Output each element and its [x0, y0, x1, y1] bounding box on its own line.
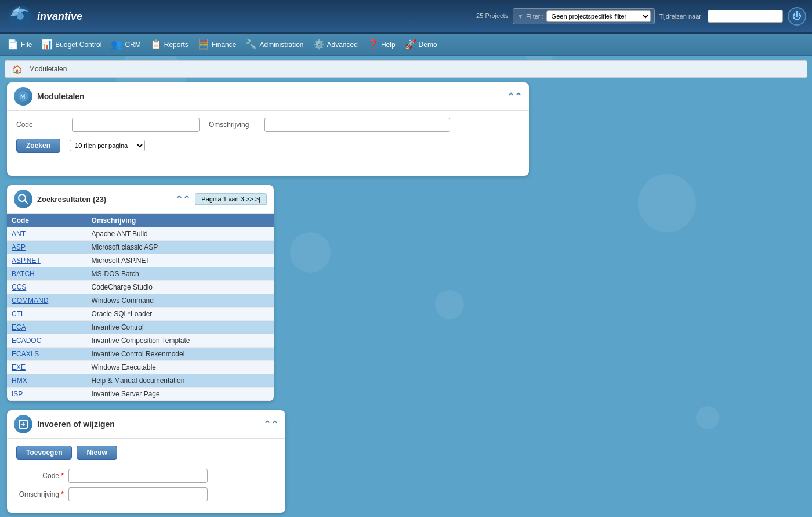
projects-count: 25 Projects	[476, 12, 508, 20]
nav-item-reports[interactable]: 📋 Reports	[146, 37, 193, 52]
pagination-area: Pagina 1 van 3 >> >|	[195, 193, 267, 205]
table-cell-omschrijving: Windows Command	[87, 294, 274, 308]
nav-label-file: File	[21, 41, 32, 49]
nav-label-reports: Reports	[164, 41, 188, 49]
table-cell-code[interactable]: COMMAND	[7, 294, 87, 308]
table-row[interactable]: ECAXLSInvantive Control Rekenmodel	[7, 348, 274, 361]
results-title: Zoekresultaten (23)	[37, 195, 171, 204]
table-row[interactable]: ECAInvantive Control	[7, 321, 274, 334]
input-omschrijving-row: Omschrijving *	[16, 487, 276, 501]
administration-icon: 🔧	[245, 39, 257, 50]
table-row[interactable]: CCSCodeCharge Studio	[7, 281, 274, 294]
nav-item-finance[interactable]: 🧮 Finance	[193, 37, 241, 52]
search-panel: M Moduletalen ⌃⌃ Code Omschrijving Zoeke…	[7, 82, 529, 176]
results-table-body: ANTApache ANT BuildASPMicrosoft classic …	[7, 227, 274, 401]
table-row[interactable]: CTLOracle SQL*Loader	[7, 308, 274, 321]
table-cell-omschrijving: Apache ANT Build	[87, 227, 274, 241]
search-panel-collapse[interactable]: ⌃⌃	[507, 91, 522, 102]
input-panel-title: Invoeren of wijzigen	[37, 420, 259, 429]
nav-item-advanced[interactable]: ⚙️ Advanced	[309, 37, 362, 52]
input-panel-body: Toevoegen Nieuw Code * Omschrijving *	[7, 439, 285, 513]
table-cell-code[interactable]: CCS	[7, 281, 87, 294]
rows-per-page-select[interactable]: 10 rijen per pagina 25 rijen per pagina …	[70, 140, 145, 151]
filter-select[interactable]: Geen projectspecifiek filter	[546, 10, 651, 22]
nav-label-demo: Demo	[419, 41, 437, 49]
table-cell-omschrijving: Microsoft classic ASP	[87, 241, 274, 254]
table-row[interactable]: BATCHMS-DOS Batch	[7, 267, 274, 281]
nav-item-budget-control[interactable]: 📊 Budget Control	[37, 37, 106, 52]
power-button[interactable]: ⏻	[788, 7, 806, 26]
action-buttons-row: Toevoegen Nieuw	[16, 446, 276, 460]
table-row[interactable]: ASPMicrosoft classic ASP	[7, 241, 274, 254]
nav-label-crm: CRM	[125, 41, 140, 49]
pagination-label[interactable]: Pagina 1 van 3 >> >|	[195, 193, 267, 205]
input-panel-header: Invoeren of wijzigen ⌃⌃	[7, 410, 285, 439]
input-panel-collapse[interactable]: ⌃⌃	[263, 419, 278, 430]
table-row[interactable]: EXEWindows Executable	[7, 361, 274, 374]
table-cell-omschrijving: Oracle SQL*Loader	[87, 308, 274, 321]
top-right-area: 25 Projects ▼ Filter : Geen projectspeci…	[476, 7, 806, 26]
table-cell-omschrijving: Invantive Composition Template	[87, 334, 274, 348]
omschrijving-label: Omschrijving	[209, 121, 255, 129]
nav-item-crm[interactable]: 👥 CRM	[106, 37, 145, 52]
table-cell-omschrijving: CodeCharge Studio	[87, 281, 274, 294]
results-header: Zoekresultaten (23) ⌃⌃ Pagina 1 van 3 >>…	[7, 185, 274, 214]
tijdreizen-input[interactable]	[708, 10, 783, 23]
table-cell-code[interactable]: ECADOC	[7, 334, 87, 348]
table-cell-omschrijving: Windows Executable	[87, 361, 274, 374]
moduletalen-icon-svg: M	[17, 91, 29, 102]
results-table: Code Omschrijving ANTApache ANT BuildASP…	[7, 214, 274, 401]
col-header-omschrijving: Omschrijving	[87, 214, 274, 227]
table-cell-code[interactable]: EXE	[7, 361, 87, 374]
table-row[interactable]: HMXHelp & Manual documentation	[7, 374, 274, 388]
table-cell-code[interactable]: ANT	[7, 227, 87, 241]
table-cell-code[interactable]: HMX	[7, 374, 87, 388]
nav-item-file[interactable]: 📄 File	[2, 37, 37, 52]
demo-icon: 🚀	[405, 39, 416, 50]
results-panel: Zoekresultaten (23) ⌃⌃ Pagina 1 van 3 >>…	[7, 185, 274, 401]
omschrijving-input[interactable]	[264, 118, 450, 132]
input-omschrijving-field[interactable]	[68, 487, 208, 501]
input-code-row: Code *	[16, 469, 276, 483]
finance-icon: 🧮	[198, 39, 209, 50]
top-bar: invantive 25 Projects ▼ Filter : Geen pr…	[0, 0, 812, 34]
table-row[interactable]: ECADOCInvantive Composition Template	[7, 334, 274, 348]
logo-area: invantive	[6, 3, 82, 30]
table-cell-code[interactable]: ASP	[7, 241, 87, 254]
logo-icon	[6, 3, 35, 30]
svg-text:M: M	[20, 93, 25, 100]
table-cell-code[interactable]: ECAXLS	[7, 348, 87, 361]
tijdreizen-label: Tijdreizen naar:	[659, 13, 703, 20]
table-cell-code[interactable]: BATCH	[7, 267, 87, 281]
reports-icon: 📋	[150, 39, 162, 50]
table-cell-omschrijving: Invantive Control Rekenmodel	[87, 348, 274, 361]
table-row[interactable]: ANTApache ANT Build	[7, 227, 274, 241]
code-input[interactable]	[72, 118, 200, 132]
table-cell-code[interactable]: ASP.NET	[7, 254, 87, 267]
budget-control-icon: 📊	[41, 39, 53, 50]
table-cell-code[interactable]: ISP	[7, 388, 87, 401]
nav-label-help: Help	[381, 41, 396, 49]
table-row[interactable]: COMMANDWindows Command	[7, 294, 274, 308]
table-cell-code[interactable]: ECA	[7, 321, 87, 334]
table-row[interactable]: ASP.NETMicrosoft ASP.NET	[7, 254, 274, 267]
help-icon: ❓	[367, 39, 379, 50]
table-cell-code[interactable]: CTL	[7, 308, 87, 321]
input-code-field[interactable]	[68, 469, 208, 483]
search-form-row-2: Zoeken 10 rijen per pagina 25 rijen per …	[16, 139, 520, 153]
filter-area: ▼ Filter : Geen projectspecifiek filter	[513, 8, 654, 24]
table-cell-omschrijving: Microsoft ASP.NET	[87, 254, 274, 267]
toevoegen-button[interactable]: Toevoegen	[16, 446, 72, 460]
results-panel-collapse[interactable]: ⌃⌃	[175, 194, 190, 205]
nieuw-button[interactable]: Nieuw	[77, 446, 117, 460]
zoeken-button[interactable]: Zoeken	[16, 139, 60, 153]
nav-item-help[interactable]: ❓ Help	[362, 37, 400, 52]
nav-item-demo[interactable]: 🚀 Demo	[400, 37, 442, 52]
nav-label-finance: Finance	[212, 41, 237, 49]
results-panel-icon	[14, 190, 32, 208]
col-header-code: Code	[7, 214, 87, 227]
nav-label-administration: Administration	[259, 41, 303, 49]
search-panel-icon: M	[14, 87, 32, 106]
nav-item-administration[interactable]: 🔧 Administration	[241, 37, 308, 52]
table-row[interactable]: ISPInvantive Server Page	[7, 388, 274, 401]
